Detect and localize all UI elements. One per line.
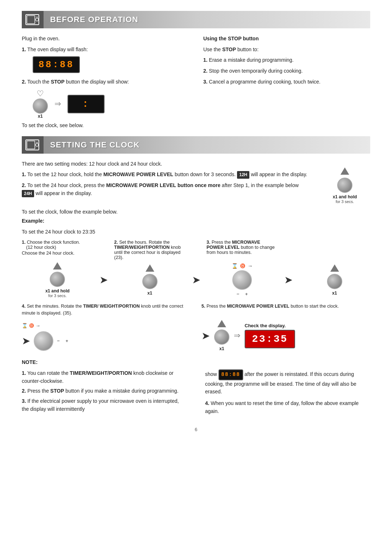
step5-icons-row: ➤ x1 ⇒ Check the display. 23:35 — [201, 320, 370, 351]
step2b-icon-col: ⌛ ♉ → − + — [207, 263, 278, 297]
s5-knob — [214, 329, 229, 345]
hold-s1: for 3 secs. — [48, 293, 67, 298]
svg-point-2 — [36, 18, 38, 21]
clock-microwave-icon — [22, 136, 44, 154]
timer-icon: ⌛ — [232, 263, 238, 269]
example-sub: To set the 24 hour clock to 23:35 — [22, 228, 370, 236]
right-arrow-3: ➤ — [284, 274, 293, 286]
step2-header: 2. Set the hours. Rotate the TIMER/WEIGH… — [114, 240, 186, 260]
x1-s3: x1 — [332, 291, 337, 296]
s4-plus: + — [66, 338, 69, 344]
note-right-1: show 88:88 after the power is reinstated… — [205, 369, 370, 396]
x1-s1: x1 and hold — [45, 288, 70, 293]
tri-up-s2 — [146, 264, 154, 272]
plug-text: Plug in the oven. — [22, 35, 189, 43]
svg-point-7 — [37, 142, 38, 143]
triangle-up-icon — [340, 167, 349, 175]
clock-note: To set the clock, see below. — [22, 122, 189, 130]
before-operation-content: Plug in the oven. 1. The oven display wi… — [22, 35, 370, 133]
arrow3: ➤ — [279, 274, 298, 286]
item1: 1. To set the 12 hour clock, hold the MI… — [22, 171, 312, 179]
step5-text: 5. Press the MICROWAVE POWER LEVEL butto… — [201, 303, 370, 310]
s4-portion-icon: → — [36, 323, 40, 328]
svg-rect-1 — [27, 16, 35, 24]
for-3-secs: for 3 secs. — [336, 199, 354, 204]
stop-bold: STOP — [222, 46, 236, 52]
knob-s3 — [327, 274, 342, 289]
before-op-right: Using the STOP button Use the STOP butto… — [203, 35, 370, 133]
right-arrow-2: ➤ — [192, 274, 200, 286]
portion-icon: → — [248, 263, 253, 269]
step1-desc: The oven display will flash: — [27, 46, 88, 52]
plus-minus: − + — [237, 291, 248, 297]
using-stop-title: Using the STOP button — [203, 35, 370, 43]
item2: 2. To set the 24 hour clock, press the M… — [22, 182, 312, 197]
12h-display: 12H — [237, 171, 249, 179]
24h-display: 24H — [22, 190, 34, 198]
step2-num: 2. — [22, 79, 26, 85]
s4-plus-minus: − + — [57, 338, 68, 344]
svg-rect-0 — [26, 15, 39, 25]
knob-top-icons: ⌛ ♉ → — [232, 263, 253, 269]
step1-header: 1. Choose the clock function. (12 hour c… — [22, 240, 93, 260]
s5-hollow-arrow: ⇒ — [234, 331, 240, 340]
colon-display: : — [68, 95, 105, 113]
step1-icon-col: x1 and hold for 3 secs. — [22, 262, 93, 298]
arrow2: ➤ — [187, 274, 205, 286]
item1-bold: MICROWAVE POWER LEVEL — [103, 171, 173, 177]
arrow-hollow-icon: ⇒ — [54, 99, 61, 109]
use-stop-post: button to: — [236, 46, 258, 52]
clock-intro-text: There are two setting modes: 12 hour clo… — [22, 160, 312, 204]
example-bold: Example: — [22, 218, 44, 224]
setting-clock-header: SETTING THE CLOCK — [22, 136, 370, 154]
modes-text: There are two setting modes: 12 hour clo… — [22, 160, 312, 168]
note-right-2: 4. When you want to reset the time of da… — [205, 400, 370, 415]
note-left: 1. You can rotate the TIMER/WEIGHT/PORTI… — [22, 369, 187, 418]
step1-knob — [50, 262, 65, 287]
stop-item-1: 1. Erase a mistake during programming. — [203, 56, 370, 64]
step2-post: button the display will show: — [65, 79, 129, 85]
stop-item-2: 2. Stop the oven temporarily during cook… — [203, 67, 370, 75]
check-display-wrap: Check the display. 23:35 — [245, 323, 295, 348]
arrow1: ➤ — [95, 274, 113, 286]
s4-kg-icon: ♉ — [29, 323, 34, 328]
step4-col: 4. Set the minutes. Rotate the TIMER/ WE… — [22, 303, 191, 351]
step2-icon-col: x1 — [114, 264, 186, 296]
note-88-display: 88:88 — [219, 369, 243, 380]
s5-tri — [217, 320, 226, 327]
steps-4-5: 4. Set the minutes. Rotate the TIMER/ WE… — [22, 303, 370, 351]
spacer2 — [187, 240, 205, 260]
stop-knob — [33, 98, 48, 114]
knob-s2 — [142, 274, 158, 289]
step3-header: 3. Press the MICROWAVE POWER LEVEL butto… — [207, 240, 278, 260]
svg-point-3 — [37, 17, 38, 18]
note-1: 1. You can rotate the TIMER/WEIGHT/PORTI… — [22, 369, 187, 385]
step5-col: 5. Press the MICROWAVE POWER LEVEL butto… — [201, 303, 370, 351]
spacer1 — [95, 240, 113, 260]
touch-stop-row: ♡ x1 ⇒ : — [33, 89, 189, 119]
step4-knob-row: ➤ − + — [22, 331, 191, 351]
example-steps-icons: x1 and hold for 3 secs. ➤ x1 ➤ ⌛ ♉ → − — [22, 262, 370, 298]
display-flash-row: 88:88 — [33, 56, 189, 73]
s4-arrow: ➤ — [22, 335, 30, 347]
step1-text: 1. The oven display will flash: — [22, 46, 189, 54]
before-op-left: Plug in the oven. 1. The oven display wi… — [22, 35, 189, 133]
kg-icon: ♉ — [240, 263, 245, 268]
stop-symbol: ♡ — [37, 89, 44, 98]
x1-label: x1 — [38, 114, 42, 119]
step4-knob-icons: ⌛ ♉ → — [22, 323, 40, 328]
note-two-col: 1. You can rotate the TIMER/WEIGHT/PORTI… — [22, 369, 370, 418]
setting-clock-body: There are two setting modes: 12 hour clo… — [22, 160, 370, 418]
time-display: 23:35 — [245, 330, 295, 348]
example-title: Example: — [22, 217, 370, 225]
step1-num: 1. — [22, 46, 26, 52]
use-stop-pre: Use the — [203, 46, 222, 52]
setting-clock-title: SETTING THE CLOCK — [44, 137, 146, 153]
note-section: NOTE: 1. You can rotate the TIMER/WEIGHT… — [22, 358, 370, 418]
x1-s2: x1 — [147, 291, 152, 296]
note-3: 3. If the electrical power supply to you… — [22, 397, 187, 413]
clock-intro-row: There are two setting modes: 12 hour clo… — [22, 160, 370, 204]
page-number: 6 — [22, 427, 370, 432]
stop-button-icon: ♡ x1 — [33, 89, 48, 119]
step4-icons-row: ⌛ ♉ → — [22, 323, 191, 328]
